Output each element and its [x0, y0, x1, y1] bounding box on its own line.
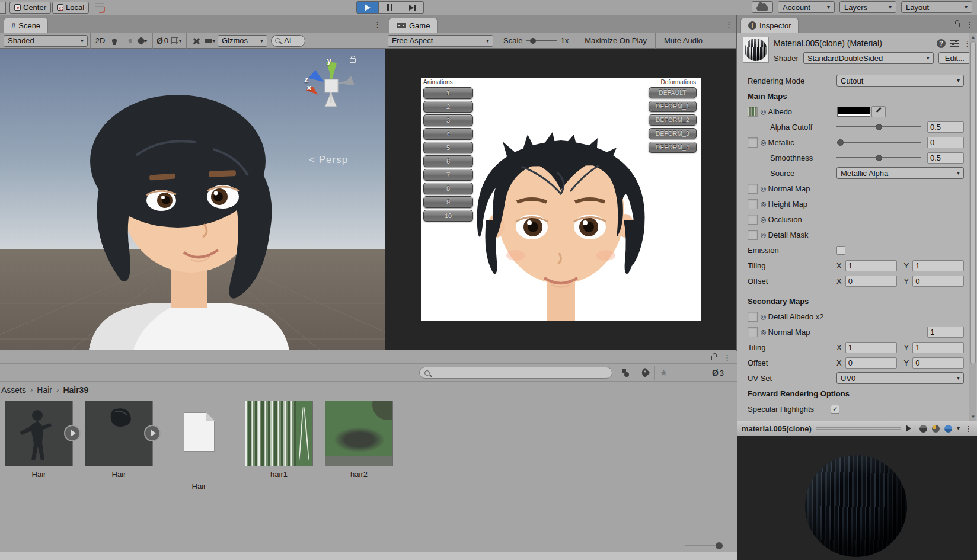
animation-button[interactable]: 7: [423, 169, 473, 181]
pivot-local-button[interactable]: Local: [52, 2, 89, 14]
metallic-texture-slot[interactable]: [748, 137, 758, 148]
preview-sphere-icon[interactable]: [919, 425, 927, 433]
height-map-slot[interactable]: [748, 199, 758, 209]
uv-set-dropdown[interactable]: UV0 ▾: [836, 372, 964, 384]
material-preview-viewport[interactable]: [737, 436, 977, 560]
secondary-tiling-y-field[interactable]: 1: [912, 342, 964, 353]
shader-dropdown[interactable]: StandardDoubleSided ▾: [803, 52, 934, 64]
inspector-lock-icon[interactable]: [954, 23, 960, 27]
project-search-input[interactable]: [419, 367, 612, 379]
game-menu-icon[interactable]: ⋮: [725, 20, 733, 29]
animation-button[interactable]: 9: [423, 196, 473, 208]
scene-effects-dropdown[interactable]: ▾: [136, 35, 150, 47]
asset-item[interactable]: Hair: [5, 401, 73, 479]
asset-item[interactable]: Hair: [85, 401, 153, 479]
project-lock-icon[interactable]: [711, 356, 717, 360]
deformation-button[interactable]: DEFORM_4: [649, 142, 697, 153]
shading-mode-dropdown[interactable]: Shaded ▾: [4, 35, 88, 47]
material-preview-bar[interactable]: material.005(clone) ▾ ⋮: [737, 421, 977, 436]
step-button[interactable]: [401, 1, 424, 14]
preview-drag-handle[interactable]: [816, 427, 901, 430]
project-menu-icon[interactable]: ⋮: [723, 353, 731, 362]
animation-button[interactable]: 4: [423, 128, 473, 140]
scene-visibility-toggle[interactable]: Ø 0: [155, 35, 170, 47]
account-dropdown[interactable]: Account ▾: [778, 1, 835, 13]
source-dropdown[interactable]: Metallic Alpha ▾: [836, 167, 964, 179]
shader-edit-button[interactable]: Edit...: [938, 52, 971, 64]
scale-slider[interactable]: [526, 37, 557, 45]
deformation-button[interactable]: DEFORM_3: [649, 128, 697, 139]
animation-button[interactable]: 3: [423, 114, 473, 126]
metallic-slider[interactable]: [837, 138, 921, 146]
normal-map-slot[interactable]: [748, 184, 758, 194]
target-icon[interactable]: ◎: [761, 328, 767, 336]
breadcrumb-assets[interactable]: Assets: [1, 385, 26, 395]
detail-albedo-slot[interactable]: [748, 312, 758, 322]
deformation-button[interactable]: DEFORM_1: [649, 101, 697, 112]
favorites-button[interactable]: ★: [654, 366, 672, 380]
target-icon[interactable]: ◎: [761, 108, 767, 116]
secondary-offset-x-field[interactable]: 0: [845, 357, 897, 369]
aspect-ratio-dropdown[interactable]: Free Aspect ▾: [388, 35, 493, 47]
scene-menu-icon[interactable]: ⋮: [373, 20, 381, 29]
tab-scene[interactable]: # Scene: [4, 18, 48, 33]
pivot-center-button[interactable]: Center: [9, 2, 51, 14]
animation-button[interactable]: 8: [423, 183, 473, 194]
layers-dropdown[interactable]: Layers ▾: [839, 1, 896, 13]
preview-menu-icon[interactable]: ⋮: [965, 424, 972, 433]
project-visibility-toggle[interactable]: Ø 3: [709, 366, 727, 380]
tiling-y-field[interactable]: 1: [912, 260, 964, 271]
thumbnail-size-slider[interactable]: [685, 542, 723, 549]
chevron-down-icon[interactable]: ▾: [957, 425, 960, 431]
scene-grid-dropdown[interactable]: ▾: [170, 35, 184, 47]
secondary-normal-map-slot[interactable]: [748, 327, 758, 337]
secondary-offset-y-field[interactable]: 0: [912, 357, 964, 369]
scroll-up-arrow[interactable]: ▲: [970, 34, 976, 40]
breadcrumb-hair39[interactable]: Hair39: [63, 385, 88, 395]
material-preview-thumbnail[interactable]: [743, 37, 769, 63]
target-icon[interactable]: ◎: [761, 231, 767, 239]
target-icon[interactable]: ◎: [761, 139, 767, 146]
scrollbar-thumb[interactable]: [970, 41, 976, 364]
layout-dropdown[interactable]: Layout ▾: [901, 1, 972, 13]
perspective-label[interactable]: < Persp: [309, 154, 348, 166]
deformation-button[interactable]: DEFAULT: [649, 87, 697, 98]
target-icon[interactable]: ◎: [761, 200, 767, 208]
alpha-cutoff-field[interactable]: 0.5: [927, 121, 964, 133]
smoothness-slider[interactable]: [836, 153, 921, 162]
asset-item[interactable]: hair1: [245, 401, 313, 479]
search-by-type-button[interactable]: [617, 366, 634, 380]
target-icon[interactable]: ◎: [761, 216, 767, 223]
smoothness-field[interactable]: 0.5: [927, 152, 964, 164]
metallic-field[interactable]: 0: [927, 137, 964, 148]
gizmo-x-label[interactable]: x: [307, 83, 311, 92]
preview-lighting-icon[interactable]: [932, 425, 940, 433]
play-button[interactable]: [356, 1, 379, 14]
gizmo-y-label[interactable]: y: [327, 55, 331, 65]
tiling-x-field[interactable]: 1: [845, 260, 897, 271]
occlusion-slot[interactable]: [748, 215, 758, 225]
target-icon[interactable]: ◎: [761, 313, 767, 321]
animation-button[interactable]: 6: [423, 155, 473, 167]
detail-mask-slot[interactable]: [748, 230, 758, 240]
emission-checkbox[interactable]: [836, 246, 845, 255]
presets-icon[interactable]: [950, 40, 959, 47]
alpha-cutoff-slider[interactable]: [836, 123, 921, 131]
scene-camera-dropdown[interactable]: ▾: [203, 35, 218, 47]
target-icon[interactable]: ◎: [761, 185, 767, 193]
secondary-tiling-x-field[interactable]: 1: [845, 342, 897, 353]
scene-audio-toggle[interactable]: [122, 35, 136, 47]
rendering-mode-dropdown[interactable]: Cutout ▾: [836, 75, 964, 87]
inspector-menu-icon[interactable]: ⋮: [966, 20, 973, 29]
scene-gizmo-lock-icon[interactable]: [350, 56, 356, 65]
eyedropper-icon[interactable]: [871, 106, 886, 117]
deformation-button[interactable]: DEFORM_2: [649, 114, 697, 126]
breadcrumb-hair[interactable]: Hair: [37, 385, 52, 395]
animation-button[interactable]: 2: [423, 101, 473, 113]
secondary-normal-field[interactable]: 1: [927, 327, 964, 338]
toggle-2d-button[interactable]: 2D: [93, 35, 107, 47]
albedo-texture-slot[interactable]: [748, 107, 758, 117]
ai-search-field[interactable]: AI: [271, 35, 305, 47]
expand-asset-badge[interactable]: [144, 425, 161, 441]
maximize-on-play-button[interactable]: Maximize On Play: [579, 33, 653, 49]
